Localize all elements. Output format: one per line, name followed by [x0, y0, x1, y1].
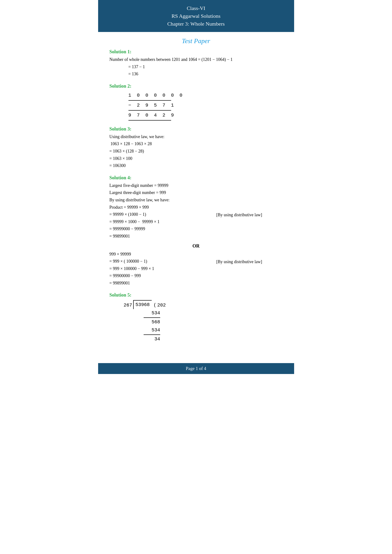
sol4-l9: 999 × 99999 — [110, 251, 216, 258]
or-divider: OR — [110, 243, 283, 249]
test-paper-title: Test Paper — [98, 37, 294, 45]
div-line1 — [144, 317, 160, 318]
sol4-line2: Largest three-digit number = 999 — [110, 189, 283, 196]
solution-3-block: Solution 3: Using distributive law, we h… — [110, 126, 283, 169]
sol4-l10: = 999 × ( 100000 − 1) — [110, 258, 216, 265]
sol4-r5: [By using distributive law] — [216, 211, 283, 219]
sol4-l13: = 99899001 — [110, 279, 216, 287]
div-step1: 534 — [144, 309, 160, 317]
div-divisor: 267 — [124, 302, 133, 309]
header-line1: Class-VI — [100, 4, 292, 12]
solution-1-block: Solution 1: Number of whole numbers betw… — [110, 49, 283, 78]
solution-2-block: Solution 2: 1 0 0 0 0 0 0 − 2 9 5 7 1 9 … — [110, 83, 283, 121]
solution-2-heading: Solution 2: — [110, 83, 283, 89]
sol4-two-col2: 999 × 99999 = 999 × ( 100000 − 1) = 999 … — [110, 251, 283, 287]
solution-3-heading: Solution 3: — [110, 126, 283, 132]
sol3-line5: = 106300 — [110, 162, 283, 169]
div-top-row: 267 53968 ( 202 — [124, 300, 283, 309]
sol4-l5: = 99999 × (1000 − 1) — [110, 211, 216, 218]
sub-divider2 — [128, 110, 171, 111]
solution-5-heading: Solution 5: — [110, 292, 283, 298]
div-bracket-open: 53968 — [133, 300, 152, 309]
div-dividend: 53968 — [136, 302, 150, 307]
div-quotient: 202 — [156, 302, 166, 309]
sub-divider3 — [128, 120, 171, 121]
sub-row2: − 2 9 5 7 1 — [128, 101, 283, 110]
sub-result: 9 7 0 4 2 9 — [128, 111, 283, 120]
header: Class-VI RS Aggarwal Solutions Chapter 3… — [98, 0, 294, 32]
div-remainder: 34 — [144, 335, 160, 343]
header-line2: RS Aggarwal Solutions — [100, 12, 292, 20]
div-open-paren: ( — [152, 302, 156, 309]
div-step3: 534 — [144, 326, 160, 334]
footer: Page 1 of 4 — [98, 363, 294, 374]
header-line3: Chapter 3: Whole Numbers — [100, 20, 292, 28]
sol1-line3: = 136 — [128, 70, 283, 78]
div-body: 534 568 534 34 — [144, 309, 283, 343]
division-block: 267 53968 ( 202 534 568 534 34 — [124, 300, 283, 343]
footer-text: Page 1 of 4 — [186, 366, 206, 371]
solution-1-heading: Solution 1: — [110, 49, 283, 55]
sol1-line2: = 137 − 1 — [128, 63, 283, 71]
div-step2: 568 — [144, 318, 160, 326]
sol4-line3: By using distributive law, we have: — [110, 196, 283, 204]
sol4-l11: = 999 × 100000 − 999 × 1 — [110, 265, 216, 272]
page-wrapper: Class-VI RS Aggarwal Solutions Chapter 3… — [98, 0, 294, 374]
sol4-col-left2: 999 × 99999 = 999 × ( 100000 − 1) = 999 … — [110, 251, 216, 287]
sol3-line3: = 1063 × (128 − 28) — [110, 148, 283, 155]
sol4-col-left1: = 99999 × (1000 − 1) = 99999 × 1000 − 99… — [110, 211, 216, 240]
sol4-line1: Largest five-digit number = 99999 — [110, 182, 283, 189]
solution-5-block: Solution 5: 267 53968 ( 202 534 568 534 — [110, 292, 283, 343]
sol3-line2: 1063 × 128 − 1063 × 28 — [110, 140, 283, 148]
sol4-col-right2: [By using distributive law] — [216, 251, 283, 265]
content-area: Solution 1: Number of whole numbers betw… — [98, 49, 294, 356]
sol4-line4: Product = 99999 × 999 — [110, 204, 283, 211]
sol4-l6: = 99999 × 1000 − 99999 × 1 — [110, 218, 216, 225]
sol3-line1: Using distributive law, we have: — [110, 133, 283, 140]
sol4-l7: = 99999000 − 99999 — [110, 225, 216, 233]
subtraction-table: 1 0 0 0 0 0 0 − 2 9 5 7 1 9 7 0 4 2 9 — [128, 91, 283, 121]
sub-divider — [128, 100, 171, 101]
div-line2 — [144, 334, 160, 335]
sol4-col-right1: [By using distributive law] — [216, 211, 283, 219]
sol4-two-col1: = 99999 × (1000 − 1) = 99999 × 1000 − 99… — [110, 211, 283, 240]
sol4-l8: = 99899001 — [110, 233, 216, 240]
sol4-r10: [By using distributive law] — [216, 258, 283, 265]
solution-4-heading: Solution 4: — [110, 175, 283, 180]
solution-4-block: Solution 4: Largest five-digit number = … — [110, 175, 283, 287]
sub-row1: 1 0 0 0 0 0 0 — [128, 91, 283, 100]
sol4-l12: = 99900000 − 999 — [110, 272, 216, 279]
sol1-line1: Number of whole numbers between 1201 and… — [110, 56, 283, 63]
sol3-line4: = 1063 × 100 — [110, 155, 283, 162]
